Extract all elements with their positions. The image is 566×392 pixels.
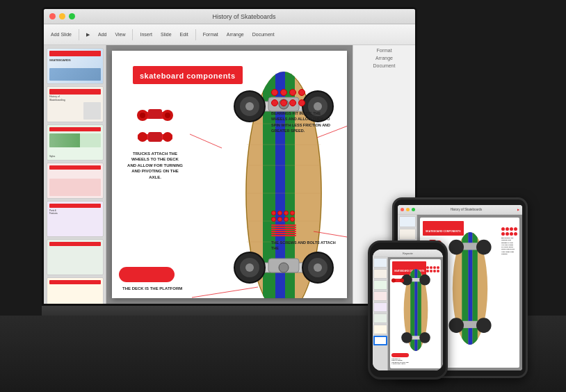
- phone-thumb-1[interactable]: [373, 258, 387, 268]
- svg-point-61: [448, 240, 464, 255]
- bolt-dot-2: [277, 211, 282, 215]
- truck-icon: [134, 106, 176, 126]
- inspector-arrange-label: Arrange: [356, 56, 412, 60]
- bolt-line-1: [271, 224, 296, 226]
- phone-thumb-4[interactable]: [373, 291, 387, 301]
- add-slide-button[interactable]: Add Slide: [48, 31, 74, 38]
- svg-point-78: [419, 275, 430, 286]
- bearing-dot-4: [298, 89, 305, 96]
- truck-icon-2: [134, 131, 176, 144]
- slide-thumb-4-content: [47, 163, 103, 198]
- slide-thumb-2[interactable]: History ofSkateboarding: [47, 86, 104, 122]
- bearing-dot-2: [280, 89, 287, 96]
- app-chrome: History of Skateboards Add Slide ▶ Add V…: [44, 9, 415, 304]
- tablet-window-title: History of Skateboards: [417, 208, 515, 211]
- svg-point-39: [314, 263, 322, 272]
- bearing-dot-5: [271, 99, 278, 106]
- tablet-play-btn[interactable]: ▶: [517, 208, 519, 211]
- slide-thumb-2-content: History ofSkateboarding: [47, 87, 103, 122]
- phone-window-title: Keynote: [375, 252, 440, 255]
- svg-rect-64: [462, 321, 478, 328]
- bolt-line-4: [271, 231, 296, 232]
- slide-panel[interactable]: SKATEBOARDS History ofSkateboarding: [44, 45, 106, 304]
- phone-thumb-7[interactable]: [373, 325, 387, 334]
- toolbar: Add Slide ▶ Add View Insert Slide Edit F…: [44, 24, 415, 45]
- truck-diagram: TRUCKS ATTACH THE WHEELS TO THE DECK AND…: [127, 106, 183, 180]
- phone-thumb-6[interactable]: [373, 313, 387, 323]
- bearing-dot-8: [298, 99, 305, 106]
- svg-point-27: [245, 102, 254, 111]
- bolts-label: THE SCREWS AND BOLTS ATTACH THE: [271, 240, 337, 252]
- phone-chrome: Keynote: [373, 250, 443, 257]
- bolt-lines: [271, 224, 337, 236]
- bearings-dots-row1: [271, 89, 337, 96]
- bearing-dot-7: [289, 99, 296, 106]
- svg-point-65: [448, 318, 464, 333]
- insert-button[interactable]: Insert: [137, 31, 155, 38]
- bearings-dots-row2: [271, 99, 337, 106]
- close-button[interactable]: [49, 13, 56, 19]
- add-button[interactable]: Add: [95, 31, 109, 38]
- format-button[interactable]: Format: [200, 31, 221, 38]
- play-button[interactable]: ▶: [83, 31, 92, 39]
- bolt-line-3: [271, 229, 296, 230]
- slide-thumb-5[interactable]: Parts &Features: [47, 201, 104, 237]
- bearing-dot-6: [280, 99, 287, 106]
- svg-point-48: [138, 132, 147, 142]
- main-canvas[interactable]: skateboard components: [106, 45, 353, 304]
- slide-content: skateboard components: [112, 51, 347, 298]
- tablet-minimize-btn: [406, 208, 410, 211]
- phone-slide: SKATEBOARD COMPONENTS: [390, 259, 441, 368]
- thumb1-bar: [49, 51, 101, 56]
- document-button[interactable]: Document: [250, 31, 277, 38]
- titlebar: History of Skateboards: [44, 9, 415, 24]
- phone-thumb-3[interactable]: [373, 280, 387, 290]
- bolt-line-5: [271, 233, 296, 234]
- view-button[interactable]: View: [112, 31, 128, 38]
- truck-label: TRUCKS ATTACH THE WHEELS TO THE DECK AND…: [127, 151, 183, 180]
- deck-label: THE DECK IS THE PLATFORM: [122, 286, 182, 291]
- phone-screen: Keynote SKATEBOARD COMPONENTS: [373, 250, 443, 370]
- phone-thumb-8-active[interactable]: [373, 336, 387, 345]
- phone-body: SKATEBOARD COMPONENTS: [373, 257, 443, 370]
- slide-thumb-6-content: [47, 240, 103, 275]
- arrange-button[interactable]: Arrange: [224, 31, 247, 38]
- edit-button[interactable]: Edit: [177, 31, 191, 38]
- phone-thumb-2[interactable]: [373, 269, 387, 279]
- tablet-close-btn: [401, 208, 404, 211]
- minimize-button[interactable]: [59, 13, 65, 19]
- monitor-screen: History of Skateboards Add Slide ▶ Add V…: [42, 7, 417, 306]
- phone-slide-panel: [373, 257, 388, 370]
- svg-rect-41: [148, 109, 162, 119]
- slide-thumb-3[interactable]: Styles: [47, 124, 104, 161]
- tablet-thumb-1[interactable]: [399, 216, 416, 227]
- bolts-section: THE SCREWS AND BOLTS ATTACH THE: [271, 211, 337, 252]
- slide-thumb-3-content: Styles: [47, 125, 103, 160]
- svg-point-66: [476, 318, 492, 333]
- svg-point-83: [391, 279, 396, 283]
- toolbar-separator-2: [132, 29, 133, 40]
- svg-point-45: [165, 113, 170, 118]
- bolt-line-2: [271, 227, 296, 228]
- svg-point-44: [140, 113, 145, 118]
- slide-thumb-4[interactable]: [47, 163, 104, 199]
- phone-notch: [398, 244, 418, 248]
- slide-thumb-6[interactable]: [47, 239, 104, 275]
- tablet-bearings: BEARINGS FITINSIDE THEWHEELS ANDALLOW TH…: [501, 227, 517, 255]
- svg-point-84: [400, 279, 404, 283]
- tablet-skate-svg: [446, 226, 494, 351]
- bearings-label: BEARINGS FIT INSIDE THE WHEELS AND ALLOW…: [271, 111, 337, 133]
- thumb2-bar: [49, 89, 101, 95]
- bearings-section: BEARINGS FIT INSIDE THE WHEELS AND ALLOW…: [271, 89, 337, 133]
- bearing-dot-3: [289, 89, 296, 96]
- svg-point-80: [401, 332, 412, 343]
- tablet-chrome: History of Skateboards ▶: [398, 205, 522, 215]
- tablet-thumb-2[interactable]: [399, 229, 416, 240]
- slide-thumb-7-content: [47, 278, 103, 304]
- slide-thumb-1[interactable]: SKATEBOARDS: [47, 48, 104, 84]
- slide-menu-button[interactable]: Slide: [158, 31, 175, 38]
- fullscreen-button[interactable]: [69, 13, 75, 19]
- slide-thumb-7[interactable]: [47, 277, 104, 304]
- slide-thumb-1-content: SKATEBOARDS: [47, 49, 103, 83]
- phone-thumb-5[interactable]: [373, 302, 387, 312]
